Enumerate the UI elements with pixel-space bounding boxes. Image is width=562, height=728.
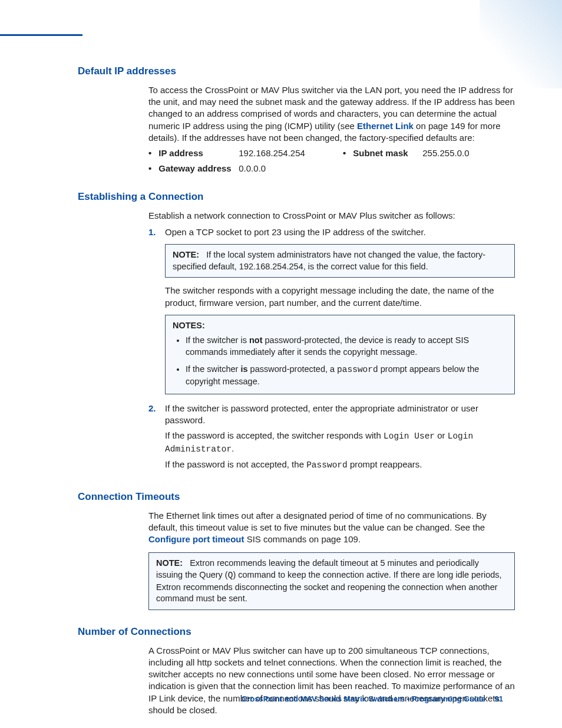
subnet-label: Subnet mask	[353, 147, 418, 159]
section-default-ip: Default IP addresses To access the Cross…	[78, 65, 515, 175]
paragraph: If the password is accepted, the switche…	[165, 430, 515, 455]
section-body: A CrossPoint or MAV Plus switcher can ha…	[148, 645, 515, 717]
paragraph: If the password is not accepted, the Pas…	[165, 459, 515, 472]
gateway-value: 0.0.0.0	[239, 163, 266, 174]
ip-address-item: • IP address 192.168.254.254	[148, 147, 343, 159]
mono-text: Password	[306, 460, 348, 470]
note-box-timeout: NOTE: Extron recommends leaving the defa…	[148, 552, 515, 610]
step-body: If the switcher is password protected, e…	[165, 403, 515, 475]
footer-text: CrossPoint and MAV Series Matrix Switche…	[242, 694, 485, 703]
note-text: If the local system administrators have …	[173, 250, 485, 271]
step-number: 2.	[148, 403, 165, 475]
gateway-item: • Gateway address 0.0.0.0	[148, 163, 266, 174]
ip-value: 192.168.254.254	[239, 147, 305, 159]
section-establishing: Establishing a Connection Establish a ne…	[78, 190, 515, 475]
paragraph: The Ethernet link times out after a desi…	[148, 510, 515, 546]
bullet-icon: •	[148, 147, 154, 159]
note-item: If the switcher is password-protected, a…	[186, 364, 507, 387]
bold-text: is	[240, 364, 247, 374]
ip-label: IP address	[158, 147, 234, 159]
bullet-icon: •	[343, 147, 348, 159]
text: If the switcher	[186, 364, 240, 374]
step-text: If the switcher is password protected, e…	[165, 403, 515, 427]
subnet-value: 255.255.0.0	[422, 147, 469, 159]
step-body: Open a TCP socket to port 23 using the I…	[165, 226, 515, 238]
text: If the password is accepted, the switche…	[165, 430, 384, 440]
decorative-bar	[0, 34, 82, 36]
link-configure-port[interactable]: Configure port timeout	[148, 534, 244, 544]
step-number: 1.	[148, 226, 165, 238]
address-row-1: • IP address 192.168.254.254 • Subnet ma…	[148, 147, 515, 159]
text: The Ethernet link times out after a desi…	[148, 510, 487, 532]
heading-timeouts: Connection Timeouts	[78, 490, 515, 504]
step-1: 1. Open a TCP socket to port 23 using th…	[148, 226, 515, 238]
note-item: If the switcher is not password-protecte…	[186, 335, 507, 358]
gateway-label: Gateway address	[158, 163, 234, 174]
text: If the switcher is	[186, 335, 249, 345]
heading-establishing: Establishing a Connection	[78, 190, 515, 204]
address-row-2: • Gateway address 0.0.0.0	[148, 163, 515, 174]
notes-list: If the switcher is not password-protecte…	[173, 335, 507, 387]
note-label: NOTE:	[173, 250, 199, 259]
content-area: Default IP addresses To access the Cross…	[78, 65, 515, 728]
text: If the password is not accepted, the	[165, 459, 306, 469]
section-timeouts: Connection Timeouts The Ethernet link ti…	[78, 490, 515, 610]
notes-box-2: NOTES: If the switcher is not password-p…	[165, 315, 515, 394]
section-body: Establish a network connection to CrossP…	[148, 210, 515, 475]
mono-text: Login User	[384, 431, 435, 441]
mono-text: password	[337, 365, 378, 374]
step-2: 2. If the switcher is password protected…	[148, 403, 515, 475]
note-label: NOTE:	[156, 558, 183, 568]
heading-default-ip: Default IP addresses	[78, 65, 515, 78]
page-footer: CrossPoint and MAV Series Matrix Switche…	[0, 694, 562, 704]
text: or	[435, 430, 448, 440]
page: Default IP addresses To access the Cross…	[0, 0, 562, 728]
page-number: 91	[495, 694, 503, 703]
text: password-protected, a	[248, 364, 338, 374]
paragraph: A CrossPoint or MAV Plus switcher can ha…	[148, 645, 515, 717]
text: SIS commands on page 109.	[244, 534, 361, 544]
note-box-1: NOTE: If the local system administrators…	[165, 244, 515, 278]
subnet-item: • Subnet mask 255.255.0.0	[343, 147, 470, 159]
text: prompt reappears.	[348, 459, 422, 469]
paragraph: To access the CrossPoint or MAV Plus swi…	[148, 84, 515, 144]
notes-label: NOTES:	[173, 321, 205, 330]
section-body: The Ethernet link times out after a desi…	[148, 510, 515, 610]
bullet-icon: •	[148, 163, 154, 174]
text: .	[232, 443, 234, 453]
section-body: To access the CrossPoint or MAV Plus swi…	[148, 84, 515, 175]
heading-num-connections: Number of Connections	[78, 625, 515, 639]
link-ethernet[interactable]: Ethernet Link	[357, 121, 414, 131]
bold-text: not	[249, 335, 263, 345]
paragraph: The switcher responds with a copyright m…	[165, 285, 515, 309]
step-text: Open a TCP socket to port 23 using the I…	[165, 227, 426, 237]
intro-text: Establish a network connection to CrossP…	[148, 210, 515, 222]
